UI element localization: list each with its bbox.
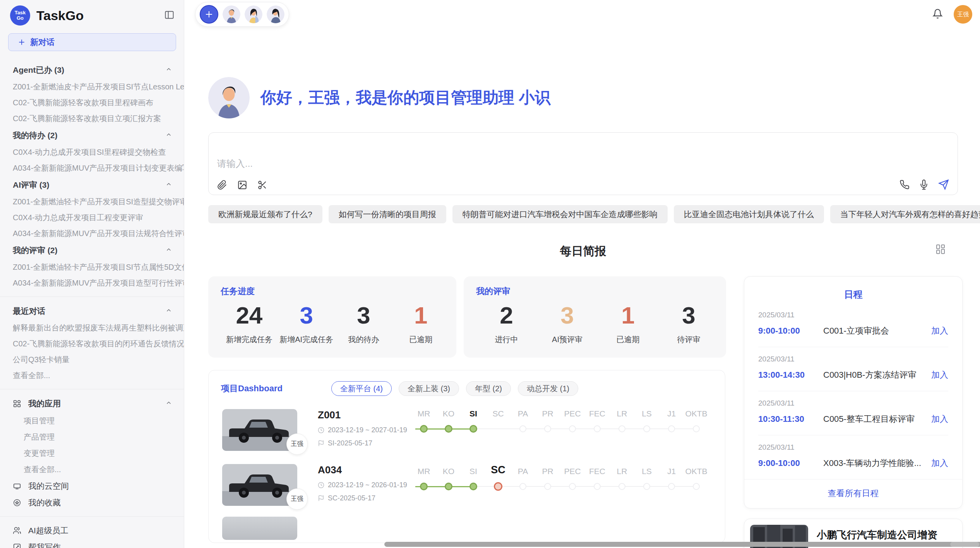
project-dashboard-card: 项目Dashboard 全新平台 (4) 全新上装 (3) 年型 (2) 动总开… [208, 370, 725, 543]
tab-model-year[interactable]: 年型 (2) [466, 381, 511, 396]
assistant-avatar [208, 77, 250, 118]
list-item[interactable]: C02-飞腾新能源轻客改款项目的闭环通告反馈情况 [0, 336, 184, 352]
stat-cell: 3 我的待办 [335, 301, 392, 345]
phone-icon[interactable] [899, 180, 910, 190]
join-link[interactable]: 加入 [931, 413, 948, 425]
suggestion-chip[interactable]: 欧洲新规最近颁布了什么? [208, 205, 322, 223]
suggestion-chip[interactable]: 比亚迪全固态电池计划具体说了什么 [674, 205, 824, 223]
project-info: Z001 2023-12-19 ~ 2027-01-19 SI-2025-05-… [318, 409, 411, 451]
schedule-time: 9:00-10:00 [758, 458, 823, 468]
dashboard-columns: 任务进度 24 新增完成任务 3 新增AI完成任务 [208, 276, 958, 548]
milestone-timeline: MR KO SI SC PA PR PEC FEC LR LS [411, 409, 713, 451]
agent-avatar-1[interactable] [223, 5, 240, 23]
stat-label: 已逾期 [392, 334, 449, 345]
add-agent-button[interactable] [200, 5, 218, 24]
help-me-write[interactable]: 帮我写作 [0, 539, 184, 548]
chat-input-box[interactable]: 请输入... [208, 132, 958, 195]
send-icon[interactable] [938, 179, 949, 190]
schedule-entry[interactable]: 2025/03/11 13:00-14:30 C003|H0B-方案冻结评审 加… [758, 347, 948, 391]
chevron-up-icon [165, 246, 172, 255]
stat-label: AI预评审 [537, 334, 598, 345]
dashboard-tabs: 全新平台 (4) 全新上装 (3) 年型 (2) 动总开发 (1) [331, 381, 578, 396]
list-item[interactable]: C02-飞腾新能源轻客改款项目里程碑画布 [0, 95, 184, 111]
schedule-entry[interactable]: 2025/03/11 9:00-10:00 X003-车辆动力学性能验... 加… [758, 435, 948, 479]
paperclip-icon[interactable] [217, 180, 227, 190]
tab-new-body[interactable]: 全新上装 (3) [399, 381, 459, 396]
ai-super-staff[interactable]: AI超级员工 [0, 522, 184, 539]
app-item-change-mgmt[interactable]: 变更管理 [0, 445, 184, 461]
tab-new-platform[interactable]: 全新平台 (4) [331, 381, 392, 396]
agent-avatar-2[interactable] [245, 5, 262, 23]
new-chat-button[interactable]: 新对话 [8, 33, 176, 51]
view-all-schedule-link[interactable]: 查看所有日程 [744, 479, 962, 508]
suggestion-chip[interactable]: 如何写一份清晰的项目周报 [329, 205, 446, 223]
my-apps-row[interactable]: 我的应用 [0, 395, 184, 413]
mic-icon[interactable] [919, 180, 929, 190]
owner-badge: 王强 [286, 488, 308, 510]
app-item-product-mgmt[interactable]: 产品管理 [0, 429, 184, 445]
suggestion-chip[interactable]: 当下年轻人对汽车外观有怎样的喜好趋势 [830, 205, 980, 223]
section-my-todo[interactable]: 我的待办 (2) [0, 127, 184, 144]
schedule-name: C005-整车工程目标评审 [823, 413, 931, 425]
my-cloud-space[interactable]: 我的云空间 [0, 478, 184, 494]
section-ai-review[interactable]: AI评审 (3) [0, 176, 184, 194]
sidebar-collapse-icon[interactable] [164, 10, 175, 22]
milestone-label: FEC [585, 409, 610, 418]
milestone-label: KO [436, 467, 461, 476]
schedule-name: C001-立项审批会 [823, 325, 931, 337]
list-item[interactable]: C0X4-动力总成开发项目SI里程碑提交物检查 [0, 144, 184, 160]
dashboard-title: 项目Dashboard [221, 383, 283, 394]
milestone-track [411, 478, 713, 495]
section-recent-chats[interactable]: 最近对话 [0, 302, 184, 320]
list-item[interactable]: 解释最新出台的欧盟报废车法规再生塑料比例被调至15%... [0, 320, 184, 336]
stats-row: 任务进度 24 新增完成任务 3 新增AI完成任务 [208, 276, 726, 358]
join-link[interactable]: 加入 [931, 457, 948, 469]
list-item[interactable]: Z001-全新燃油轻卡产品开发项目SI节点属性5D文件评审 [0, 259, 184, 275]
image-icon[interactable] [237, 180, 247, 190]
list-item[interactable]: C02-飞腾新能源轻客改款项目立项汇报方案 [0, 111, 184, 127]
project-row-z001[interactable]: 王强 Z001 2023-12-19 ~ 2027-01-19 [222, 409, 725, 451]
tab-powertrain[interactable]: 动总开发 (1) [518, 381, 578, 396]
project-image: 王强 [222, 464, 297, 506]
horizontal-scrollbar-thumb[interactable] [384, 542, 980, 547]
list-item[interactable]: A034-全新新能源MUV产品开发项目造型可行性评审 [0, 275, 184, 291]
apps-view-all[interactable]: 查看全部... [0, 461, 184, 478]
list-item[interactable]: C0X4-动力总成开发项目工程变更评审 [0, 210, 184, 226]
sidebar-nav: Agent已办 (3) Z001-全新燃油皮卡产品开发项目SI节点Lesson … [0, 51, 184, 548]
list-item[interactable]: A034-全新新能源MUV产品开发项目计划变更表编写 [0, 160, 184, 176]
notification-bell-icon[interactable] [932, 9, 943, 21]
project-row-a034[interactable]: 王强 A034 2023-12-19 ~ 2026-01-19 [222, 464, 725, 506]
composer-left-icons [217, 180, 267, 190]
section-my-review[interactable]: 我的评审 (2) [0, 241, 184, 259]
agent-avatar-3[interactable] [267, 5, 284, 23]
join-link[interactable]: 加入 [931, 325, 948, 337]
section-agent-done[interactable]: Agent已办 (3) [0, 61, 184, 79]
join-link[interactable]: 加入 [931, 369, 948, 381]
list-item[interactable]: Z001-全新燃油轻卡产品开发项目SI造型提交物评审 [0, 194, 184, 210]
suggestion-chip[interactable]: 特朗普可能对进口汽车增税会对中国车企造成哪些影响 [452, 205, 668, 223]
section-title: AI评审 (3) [13, 180, 50, 190]
my-cloud-label: 我的云空间 [28, 481, 69, 491]
stat-cell: 24 新增完成任务 [221, 301, 278, 345]
project-dates: 2023-12-19 ~ 2026-01-19 [318, 481, 411, 489]
schedule-entry[interactable]: 2025/03/11 10:30-11:30 C005-整车工程目标评审 加入 [758, 391, 948, 435]
stat-cell: 2 进行中 [476, 301, 537, 345]
schedule-entry[interactable]: 2025/03/11 9:00-10:00 C001-立项审批会 加入 [758, 303, 948, 347]
my-favorites[interactable]: 我的收藏 [0, 494, 184, 511]
milestone-label: MR [411, 409, 436, 418]
plus-icon [204, 10, 214, 19]
daily-brief-title: 每日简报 [560, 245, 607, 257]
milestone-label: SI [461, 467, 486, 476]
horizontal-scrollbar-end[interactable] [950, 542, 979, 547]
project-info: A034 2023-12-19 ~ 2026-01-19 SC-2025-05-… [318, 464, 411, 506]
sidebar-header: Task Go TaskGo [0, 0, 184, 26]
app-item-project-mgmt[interactable]: 项目管理 [0, 413, 184, 429]
list-item[interactable]: Z001-全新燃油皮卡产品开发项目SI节点Lesson Learn报告 [0, 79, 184, 95]
list-item[interactable]: A034-全新新能源MUV产品开发项目法规符合性评审 [0, 226, 184, 241]
milestone-label: MR [411, 467, 436, 476]
user-avatar[interactable]: 王强 [954, 5, 972, 24]
layout-grid-icon[interactable] [935, 243, 946, 257]
recent-view-all[interactable]: 查看全部... [0, 368, 184, 384]
list-item[interactable]: 公司Q3轻卡销量 [0, 352, 184, 368]
scissors-icon[interactable] [257, 180, 267, 190]
